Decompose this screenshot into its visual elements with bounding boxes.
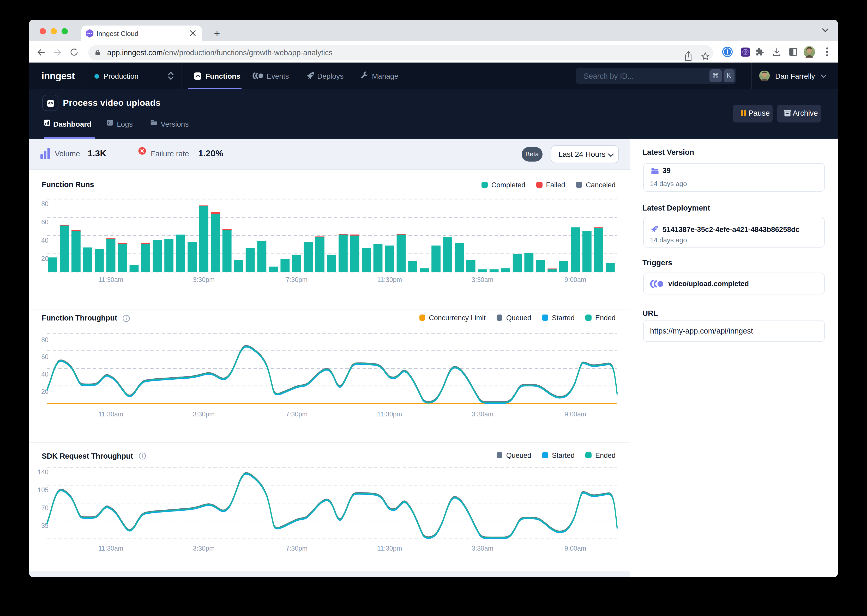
svg-text:11:30am: 11:30am — [98, 276, 123, 283]
svg-text:3:30pm: 3:30pm — [193, 544, 215, 552]
svg-text:3:30pm: 3:30pm — [193, 276, 215, 283]
svg-text:3:30am: 3:30am — [471, 544, 493, 552]
svg-text:70: 70 — [41, 504, 49, 511]
svg-text:11:30am: 11:30am — [98, 544, 123, 552]
svg-text:11:30pm: 11:30pm — [377, 410, 402, 418]
svg-text:7:30pm: 7:30pm — [286, 276, 307, 283]
svg-text:40: 40 — [41, 237, 49, 244]
svg-text:80: 80 — [41, 336, 49, 343]
svg-text:80: 80 — [41, 200, 49, 207]
svg-text:3:30am: 3:30am — [471, 410, 493, 418]
svg-text:11:30am: 11:30am — [98, 410, 123, 418]
svg-text:105: 105 — [38, 486, 49, 493]
svg-text:9:00am: 9:00am — [564, 276, 586, 283]
svg-text:60: 60 — [41, 353, 49, 360]
svg-text:3:30pm: 3:30pm — [193, 410, 215, 418]
svg-text:11:30pm: 11:30pm — [377, 276, 402, 283]
svg-text:140: 140 — [38, 468, 49, 475]
svg-text:60: 60 — [41, 218, 49, 226]
svg-text:11:30pm: 11:30pm — [377, 544, 402, 552]
svg-text:7:30pm: 7:30pm — [286, 544, 307, 552]
svg-text:3:30am: 3:30am — [471, 276, 493, 283]
svg-text:9:00am: 9:00am — [564, 410, 586, 418]
svg-text:20: 20 — [41, 255, 49, 262]
svg-text:40: 40 — [41, 371, 49, 378]
svg-text:9:00am: 9:00am — [564, 544, 586, 552]
svg-text:7:30pm: 7:30pm — [286, 410, 307, 418]
